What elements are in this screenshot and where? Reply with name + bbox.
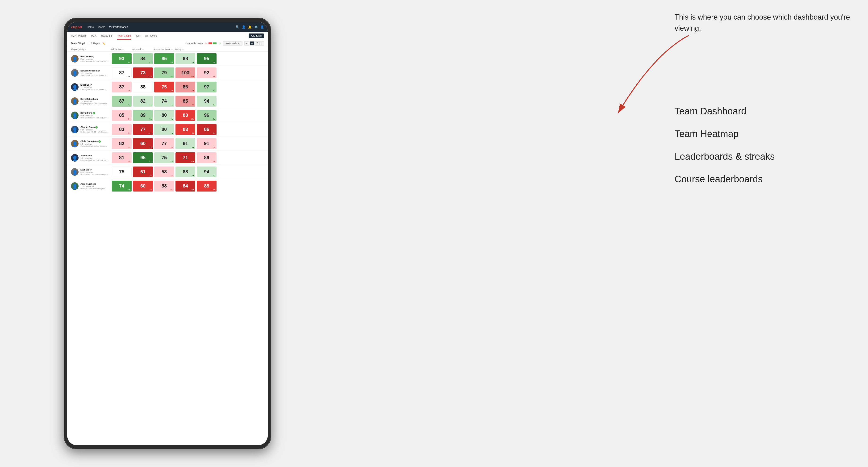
score-off-tee: 958▲	[133, 152, 153, 163]
player-handicap: 11-15 Handicap	[81, 185, 111, 187]
nav-home[interactable]: Home	[87, 26, 94, 28]
score-off-tee: 846▲	[133, 53, 153, 64]
score-around-green: 7111▼	[176, 152, 195, 163]
score-change: 2▼	[192, 175, 194, 177]
score-value: 89	[204, 155, 209, 160]
score-around-green: 836▼	[176, 124, 195, 135]
score-around-green: 881▼	[176, 53, 195, 64]
tab-pgat-players[interactable]: PGAT Players	[71, 32, 87, 40]
player-info: 👤Chris Robertson✓1-5 HandicapCraigmillar…	[71, 140, 111, 148]
table-row[interactable]: 👤Aaron Nicholls11-15 HandicapDrift Golf …	[67, 179, 268, 193]
table-row[interactable]: 👤Charlie Quick✓6-10 HandicapSt. George's…	[67, 122, 268, 136]
score-value: 87	[119, 70, 124, 75]
score-change: 14▼	[148, 132, 152, 134]
sort-button[interactable]: ↕	[260, 41, 264, 45]
score-putting: 959▲	[197, 53, 217, 64]
table-row[interactable]: 👤Chris Robertson✓1-5 HandicapCraigmillar…	[67, 136, 268, 151]
user-icon[interactable]: 👤	[242, 25, 246, 29]
table-row[interactable]: 👤Dave Billingham1-5 HandicapGog Magog Go…	[67, 94, 268, 108]
score-value: 71	[183, 155, 188, 160]
tab-pga[interactable]: PGA	[91, 32, 96, 40]
score-value: 58	[161, 183, 167, 189]
player-name[interactable]: Dave Billingham	[81, 98, 111, 100]
search-icon[interactable]: 🔍	[236, 25, 239, 29]
score-value: 74	[119, 183, 124, 189]
player-name[interactable]: Chris Robertson✓	[81, 140, 111, 143]
avatar: 👤	[71, 97, 79, 105]
score-change: 5▲	[213, 90, 216, 92]
player-name[interactable]: Edward Crossman	[81, 69, 111, 72]
player-name[interactable]: Josh Coles	[81, 154, 111, 157]
score-change: 1▼	[192, 62, 194, 63]
score-change: 2▲	[149, 147, 152, 148]
nav-my-performance[interactable]: My Performance	[109, 26, 128, 28]
dashboard-option-1[interactable]: Team Heatmap	[675, 122, 854, 145]
heatmap-view-button[interactable]: ▦	[250, 41, 254, 45]
nav-teams[interactable]: Teams	[98, 26, 105, 28]
score-player-quality: 833▼	[112, 124, 132, 135]
verified-badge: ✓	[95, 126, 98, 129]
score-change: 3▼	[128, 118, 131, 120]
tab-all-players[interactable]: All Players	[145, 32, 157, 40]
score-value: 88	[183, 169, 188, 175]
tab-team-clippd[interactable]: Team Clippd	[117, 32, 131, 40]
settings-icon[interactable]: ⚙️	[254, 25, 258, 29]
edit-icon[interactable]: ✏️	[102, 42, 105, 45]
player-name[interactable]: David Ford✓	[81, 112, 111, 115]
score-change: 10▲	[169, 189, 173, 191]
score-change: 6▲	[149, 62, 152, 63]
score-off-tee: 602▲	[133, 138, 153, 149]
score-approach: 752▲	[154, 152, 174, 163]
score-off-tee: 897▲	[133, 110, 153, 121]
player-name[interactable]: Aaron Nicholls	[81, 183, 111, 185]
dashboard-option-3[interactable]: Course leaderboards	[675, 168, 854, 190]
table-row[interactable]: 👤Matt Miller6-10 HandicapWoburn Golf Clu…	[67, 165, 268, 179]
last-rounds-button[interactable]: Last Rounds: 20	[223, 41, 243, 45]
dashboard-option-2[interactable]: Leaderboards & streaks	[675, 145, 854, 168]
col-around-green[interactable]: Around the Green —	[154, 48, 175, 51]
col-putting[interactable]: Putting —	[175, 48, 196, 51]
bell-icon[interactable]: 🔔	[248, 25, 252, 29]
list-view-button[interactable]: ☰	[255, 41, 260, 45]
col-player-quality[interactable]: Player Quality ▾	[71, 48, 111, 51]
tab-tour[interactable]: Tour	[135, 32, 140, 40]
column-headers: Player Quality ▾ Off the Tee — Approach …	[67, 47, 268, 52]
table-row[interactable]: 👤David Ford✓Plus HandicapRoyal North Dev…	[67, 108, 268, 122]
score-off-tee: 7311▼	[133, 67, 153, 78]
table-row[interactable]: 👤Blair McHargPlus HandicapRoyal North De…	[67, 52, 268, 66]
avatar: 👤	[71, 126, 79, 133]
score-value: 77	[161, 141, 167, 146]
score-around-green: 10315▲	[176, 67, 195, 78]
player-club: Sunningdale Golf Club, United Kingdom	[81, 74, 109, 76]
table-row[interactable]: 👤Josh Coles1-5 HandicapRoyal North Devon…	[67, 151, 268, 165]
team-count: 14 Players	[89, 42, 100, 45]
score-change: 3▲	[213, 175, 216, 177]
avatar-icon[interactable]: 👤	[260, 25, 264, 29]
score-player-quality: 874▲	[112, 96, 132, 106]
sort-arrow: —	[142, 49, 144, 50]
player-name[interactable]: Charlie Quick✓	[81, 126, 111, 129]
score-value: 82	[140, 98, 146, 104]
col-off-tee[interactable]: Off the Tee —	[111, 48, 132, 51]
score-value: 58	[161, 169, 167, 175]
col-approach[interactable]: Approach —	[132, 48, 154, 51]
sort-arrow: ▾	[85, 49, 86, 50]
score-change: 1▲	[213, 104, 216, 106]
table-row[interactable]: 👤Edward Crossman1-5 HandicapSunningdale …	[67, 66, 268, 80]
player-name[interactable]: Elliot Ebert	[81, 84, 111, 86]
player-club: Drift Golf Club, United Kingdom	[81, 187, 109, 190]
player-name[interactable]: Matt Miller	[81, 168, 111, 171]
player-name[interactable]: Blair McHarg	[81, 55, 111, 58]
score-change: 9▲	[170, 76, 173, 77]
score-change: 8▲	[149, 161, 152, 162]
view-icons: ⊞ ▦ ☰ ↕	[244, 41, 264, 45]
dashboard-option-0[interactable]: Team Dashboard	[675, 100, 854, 122]
score-change: 7▲	[149, 118, 152, 120]
score-putting: 975▲	[197, 82, 217, 92]
table-row[interactable]: 👤Elliot Ebert1-5 HandicapSunningdale Gol…	[67, 80, 268, 94]
add-team-button[interactable]: Add Team	[249, 33, 264, 38]
grid-view-button[interactable]: ⊞	[244, 41, 249, 45]
score-value: 96	[204, 113, 209, 118]
score-approach: 801▲	[154, 124, 174, 135]
tab-hcaps[interactable]: Hcaps 1-5	[101, 32, 113, 40]
